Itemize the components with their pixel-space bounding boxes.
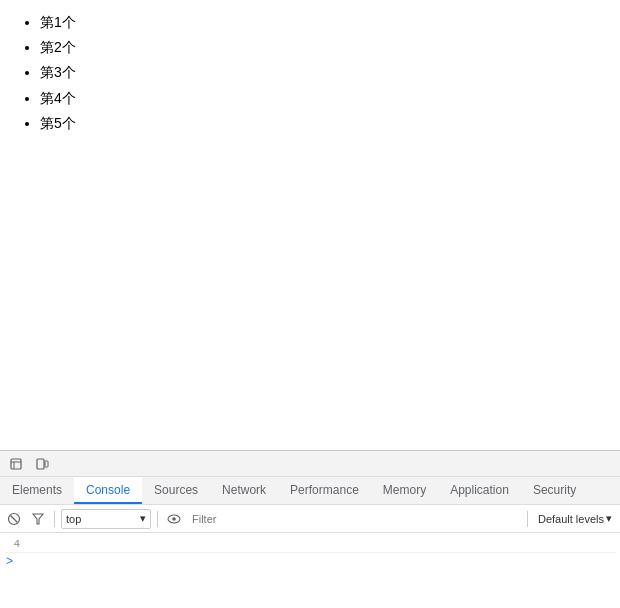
svg-rect-3 [37,459,44,469]
divider2 [157,511,158,527]
clear-console-icon[interactable] [4,509,24,529]
svg-line-6 [11,515,18,522]
devtools-panel: Elements Console Sources Network Perform… [0,450,620,608]
divider [54,511,55,527]
list-item: 第4个 [40,86,600,111]
tab-console[interactable]: Console [74,477,142,504]
list-item: 第3个 [40,60,600,85]
log-levels-arrow: ▾ [606,512,612,525]
console-filter-input[interactable] [188,509,521,529]
page-content: 第1个第2个第3个第4个第5个 [0,0,620,450]
console-input-area[interactable]: > [4,553,616,571]
list-item: 第2个 [40,35,600,60]
context-selector[interactable]: top ▾ [61,509,151,529]
line-number: 4 [6,538,26,550]
tab-application[interactable]: Application [438,477,521,504]
console-output: 4 > [0,533,620,608]
svg-rect-0 [11,459,21,469]
inspect-element-icon[interactable] [4,453,28,475]
tab-memory[interactable]: Memory [371,477,438,504]
list-item: 第5个 [40,111,600,136]
devtools-tabs: Elements Console Sources Network Perform… [0,477,620,505]
context-dropdown-arrow: ▾ [140,512,146,525]
svg-rect-4 [45,461,48,467]
tab-sources[interactable]: Sources [142,477,210,504]
svg-point-9 [172,517,176,521]
svg-marker-7 [33,514,43,524]
log-levels-selector[interactable]: Default levels ▾ [534,512,616,525]
divider3 [527,511,528,527]
devtools-icon-bar [0,451,620,477]
console-line-number: 4 [4,535,616,553]
list: 第1个第2个第3个第4个第5个 [20,10,600,136]
tab-security[interactable]: Security [521,477,588,504]
tab-network[interactable]: Network [210,477,278,504]
filter-icon[interactable] [28,509,48,529]
console-prompt: > [6,555,17,569]
tab-elements[interactable]: Elements [0,477,74,504]
list-item: 第1个 [40,10,600,35]
context-value: top [66,513,81,525]
console-toolbar: top ▾ Default levels ▾ [0,505,620,533]
tab-performance[interactable]: Performance [278,477,371,504]
device-toolbar-icon[interactable] [30,453,54,475]
show-issues-icon[interactable] [164,509,184,529]
log-levels-label: Default levels [538,513,604,525]
